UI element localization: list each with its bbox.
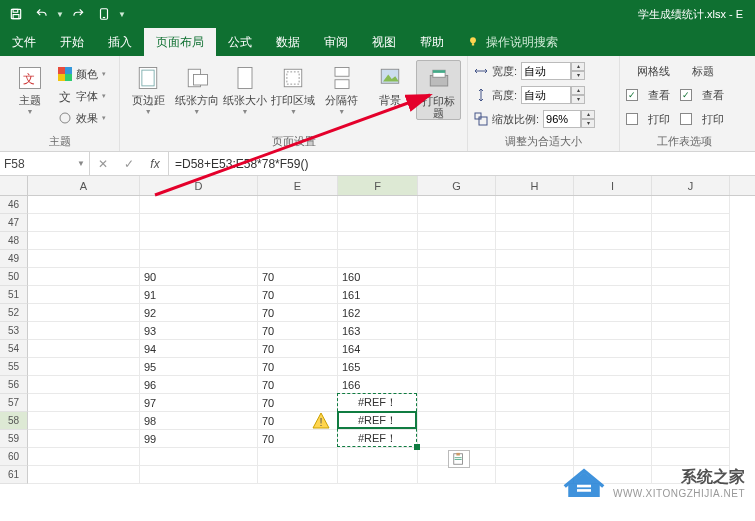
cell-I54[interactable] [574, 340, 652, 358]
cell-J57[interactable] [652, 394, 730, 412]
cell-F55[interactable]: 165 [338, 358, 418, 376]
cell-D60[interactable] [140, 448, 258, 466]
fx-button[interactable]: fx [142, 157, 168, 171]
margins-button[interactable]: 页边距▼ [126, 60, 170, 115]
cell-J49[interactable] [652, 250, 730, 268]
name-box[interactable]: F58 ▼ [0, 152, 90, 175]
row-header-57[interactable]: 57 [0, 394, 28, 412]
row-header-60[interactable]: 60 [0, 448, 28, 466]
cell-G57[interactable] [418, 394, 496, 412]
cell-J59[interactable] [652, 430, 730, 448]
tell-me-search[interactable]: 操作说明搜索 [456, 28, 568, 56]
breaks-button[interactable]: 分隔符▼ [320, 60, 364, 115]
chevron-down-icon[interactable]: ▼ [77, 159, 85, 168]
cell-A46[interactable] [28, 196, 140, 214]
col-header-H[interactable]: H [496, 176, 574, 195]
cell-G58[interactable] [418, 412, 496, 430]
redo-button[interactable] [66, 2, 90, 26]
cell-H54[interactable] [496, 340, 574, 358]
cell-E46[interactable] [258, 196, 338, 214]
cell-A60[interactable] [28, 448, 140, 466]
cell-E50[interactable]: 70 [258, 268, 338, 286]
paste-options-button[interactable] [448, 450, 470, 468]
cell-F61[interactable] [338, 466, 418, 484]
col-header-F[interactable]: F [338, 176, 418, 195]
col-header-D[interactable]: D [140, 176, 258, 195]
cell-J46[interactable] [652, 196, 730, 214]
cell-A61[interactable] [28, 466, 140, 484]
cell-J58[interactable] [652, 412, 730, 430]
cell-J56[interactable] [652, 376, 730, 394]
col-header-J[interactable]: J [652, 176, 730, 195]
cell-A53[interactable] [28, 322, 140, 340]
row-header-54[interactable]: 54 [0, 340, 28, 358]
cell-J54[interactable] [652, 340, 730, 358]
cell-F47[interactable] [338, 214, 418, 232]
cell-F48[interactable] [338, 232, 418, 250]
cell-D55[interactable]: 95 [140, 358, 258, 376]
cell-J50[interactable] [652, 268, 730, 286]
tab-file[interactable]: 文件 [0, 28, 48, 56]
cell-G53[interactable] [418, 322, 496, 340]
fill-handle[interactable] [414, 444, 420, 450]
cell-I46[interactable] [574, 196, 652, 214]
cell-I60[interactable] [574, 448, 652, 466]
error-smart-tag[interactable]: ! [312, 412, 330, 430]
cell-J53[interactable] [652, 322, 730, 340]
cell-F59[interactable]: #REF！ [338, 430, 418, 448]
qat-dropdown-icon[interactable]: ▼ [118, 10, 126, 19]
touch-mode-button[interactable] [92, 2, 116, 26]
size-button[interactable]: 纸张大小▼ [223, 60, 267, 115]
cell-I48[interactable] [574, 232, 652, 250]
cell-J51[interactable] [652, 286, 730, 304]
cell-H56[interactable] [496, 376, 574, 394]
cell-G48[interactable] [418, 232, 496, 250]
cell-H58[interactable] [496, 412, 574, 430]
tab-insert[interactable]: 插入 [96, 28, 144, 56]
cell-D48[interactable] [140, 232, 258, 250]
cell-G52[interactable] [418, 304, 496, 322]
undo-button[interactable] [30, 2, 54, 26]
tab-formulas[interactable]: 公式 [216, 28, 264, 56]
cell-A47[interactable] [28, 214, 140, 232]
cell-D58[interactable]: 98 [140, 412, 258, 430]
row-header-49[interactable]: 49 [0, 250, 28, 268]
cell-D56[interactable]: 96 [140, 376, 258, 394]
cell-D53[interactable]: 93 [140, 322, 258, 340]
cell-F49[interactable] [338, 250, 418, 268]
row-header-58[interactable]: 58 [0, 412, 28, 430]
cell-H60[interactable] [496, 448, 574, 466]
row-header-47[interactable]: 47 [0, 214, 28, 232]
cell-H47[interactable] [496, 214, 574, 232]
cell-H49[interactable] [496, 250, 574, 268]
themes-button[interactable]: 文 主题 ▼ [6, 60, 54, 115]
gridlines-print-checkbox[interactable] [626, 113, 638, 125]
tab-help[interactable]: 帮助 [408, 28, 456, 56]
cell-F57[interactable]: #REF！ [338, 394, 418, 412]
cell-G54[interactable] [418, 340, 496, 358]
cell-A57[interactable] [28, 394, 140, 412]
cell-E61[interactable] [258, 466, 338, 484]
cell-D50[interactable]: 90 [140, 268, 258, 286]
cell-D59[interactable]: 99 [140, 430, 258, 448]
cell-H51[interactable] [496, 286, 574, 304]
cell-E57[interactable]: 70 [258, 394, 338, 412]
cell-H46[interactable] [496, 196, 574, 214]
cell-A55[interactable] [28, 358, 140, 376]
background-button[interactable]: 背景 [368, 60, 412, 106]
cell-F60[interactable] [338, 448, 418, 466]
cell-I53[interactable] [574, 322, 652, 340]
tab-review[interactable]: 审阅 [312, 28, 360, 56]
cell-J52[interactable] [652, 304, 730, 322]
cell-A54[interactable] [28, 340, 140, 358]
save-button[interactable] [4, 2, 28, 26]
cell-F58[interactable]: #REF！ [338, 412, 418, 430]
cell-G47[interactable] [418, 214, 496, 232]
cell-I51[interactable] [574, 286, 652, 304]
cell-E55[interactable]: 70 [258, 358, 338, 376]
row-header-59[interactable]: 59 [0, 430, 28, 448]
tab-data[interactable]: 数据 [264, 28, 312, 56]
cell-H53[interactable] [496, 322, 574, 340]
scale-spinner[interactable]: ▴▾ [543, 110, 595, 128]
cell-G50[interactable] [418, 268, 496, 286]
